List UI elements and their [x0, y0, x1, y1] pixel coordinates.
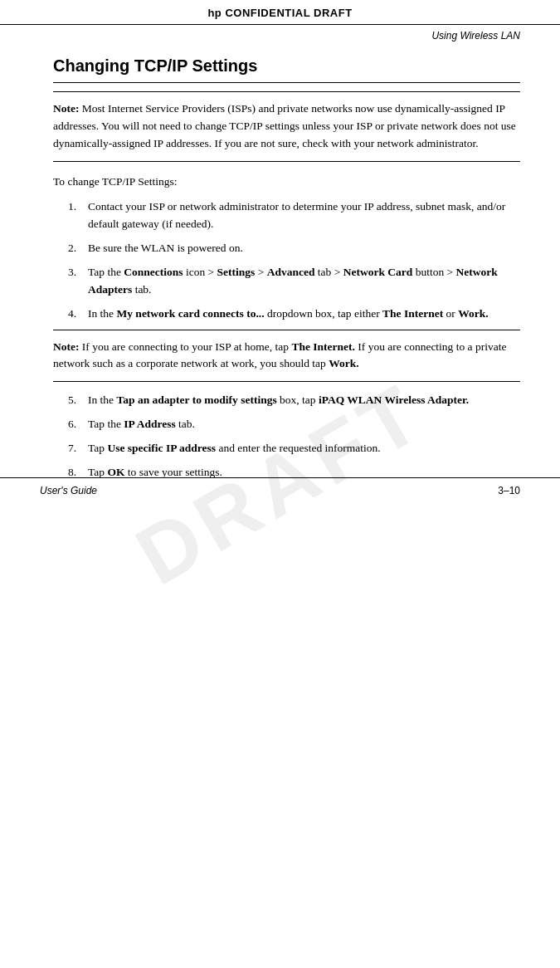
step-1-num: 1. — [68, 198, 86, 216]
note-box-1: Note: Most Internet Service Providers (I… — [53, 91, 520, 162]
step-5-content: In the Tap an adapter to modify settings… — [88, 392, 520, 409]
step-3-advanced: Advanced — [267, 266, 315, 278]
top-right-label: Using Wireless LAN — [0, 25, 560, 42]
step-3-connections: Connections — [124, 266, 183, 278]
step-7-num: 7. — [68, 440, 86, 457]
step-5-adapter-label: Tap an adapter to modify settings — [117, 394, 277, 406]
step-7-content: Tap Use specific IP address and enter th… — [88, 440, 520, 457]
footer-left: User's Guide — [40, 485, 97, 496]
step-3-settings: Settings — [217, 266, 256, 278]
step-4-work: Work. — [458, 307, 488, 320]
page-title: Changing TCP/IP Settings — [53, 56, 520, 76]
header-label: hp CONFIDENTIAL DRAFT — [207, 7, 352, 19]
header-bar: hp CONFIDENTIAL DRAFT — [0, 0, 560, 25]
step-3-num: 3. — [68, 264, 86, 281]
step-5-num: 5. — [68, 392, 86, 409]
step-4-dropdown-label: My network card connects to... — [117, 307, 265, 320]
note-2-bold1: The Internet. — [291, 340, 355, 353]
step-7: 7. Tap Use specific IP address and enter… — [68, 440, 520, 457]
step-2-content: Be sure the WLAN is powered on. — [88, 240, 520, 257]
step-3: 3. Tap the Connections icon > Settings >… — [68, 264, 520, 299]
top-divider — [53, 82, 520, 83]
step-3-content: Tap the Connections icon > Settings > Ad… — [88, 264, 520, 299]
step-6: 6. Tap the IP Address tab. — [68, 416, 520, 433]
intro-text: To change TCP/IP Settings: — [53, 174, 520, 190]
step-6-content: Tap the IP Address tab. — [88, 416, 520, 433]
note-2-text: Note: If you are connecting to your ISP … — [53, 339, 520, 374]
footer-right: 3–10 — [498, 485, 520, 496]
step-3-networkcard: Network Card — [343, 266, 413, 278]
step-4-internet: The Internet — [382, 307, 443, 320]
note-2-bold2: Work. — [329, 357, 358, 369]
footer-bar: User's Guide 3–10 — [0, 477, 560, 503]
step-7-specific-ip: Use specific IP address — [107, 442, 216, 454]
note-1-label: Note: — [53, 102, 79, 115]
note-2-label: Note: — [53, 340, 79, 353]
steps-list-2: 5. In the Tap an adapter to modify setti… — [68, 392, 520, 482]
step-1: 1. Contact your ISP or network administr… — [68, 198, 520, 233]
step-4-num: 4. — [68, 306, 86, 323]
step-2: 2. Be sure the WLAN is powered on. — [68, 240, 520, 257]
main-content: Changing TCP/IP Settings Note: Most Inte… — [0, 42, 560, 503]
step-6-ipaddress: IP Address — [124, 418, 175, 430]
steps-list-1: 1. Contact your ISP or network administr… — [68, 198, 520, 323]
step-1-content: Contact your ISP or network administrato… — [88, 198, 520, 233]
step-8-ok: OK — [107, 466, 124, 478]
step-4-content: In the My network card connects to... dr… — [88, 306, 520, 323]
step-5: 5. In the Tap an adapter to modify setti… — [68, 392, 520, 409]
step-6-num: 6. — [68, 416, 86, 433]
step-4: 4. In the My network card connects to...… — [68, 306, 520, 323]
step-5-ipaq: iPAQ WLAN Wireless Adapter. — [319, 394, 469, 406]
note-box-2: Note: If you are connecting to your ISP … — [53, 330, 520, 383]
step-2-num: 2. — [68, 240, 86, 257]
note-1-text: Note: Most Internet Service Providers (I… — [53, 100, 520, 153]
note-2-text1: If you are connecting to your ISP at hom… — [79, 340, 291, 353]
note-1-body: Most Internet Service Providers (ISPs) a… — [53, 102, 516, 149]
